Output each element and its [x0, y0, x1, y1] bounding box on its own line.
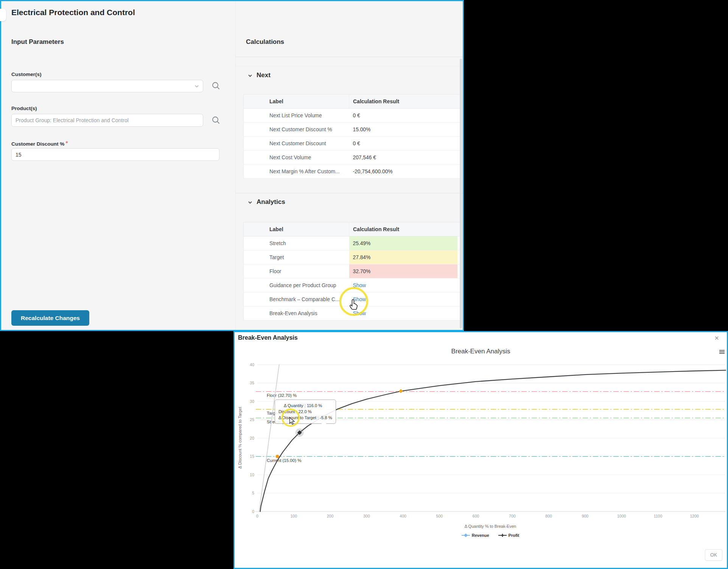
- svg-text:30: 30: [250, 399, 254, 404]
- row-value: 0 €: [353, 113, 360, 118]
- column-header-label: Label: [244, 95, 349, 109]
- arrow-cursor: [288, 417, 296, 425]
- row-value: 0 €: [353, 141, 360, 146]
- y-axis-label: Δ Discount % compared to Target: [238, 381, 242, 494]
- screen: Electrical Protection and Control Input …: [0, 0, 728, 569]
- revenue-marker-icon: [462, 533, 470, 538]
- table-row: Next Customer Discount %15.00%: [244, 123, 461, 137]
- x-axis-label: Δ Quantity % to Break-Even: [255, 524, 726, 529]
- row-value: 207,546 €: [353, 155, 376, 160]
- row-value: 25.49%: [353, 241, 371, 246]
- svg-text:1100: 1100: [654, 514, 663, 518]
- row-label: Stretch: [244, 236, 349, 250]
- row-value: -20,754,600.00%: [353, 169, 393, 174]
- product-search-icon[interactable]: [212, 116, 221, 125]
- products-label: Product(s): [11, 106, 37, 111]
- table-row: Target27.84%: [244, 250, 461, 264]
- svg-text:400: 400: [400, 514, 406, 518]
- side-tab[interactable]: [0, 9, 6, 21]
- table-row: Next Customer Discount0 €: [244, 137, 461, 151]
- table-row: Stretch25.49%: [244, 236, 461, 250]
- scrollbar[interactable]: [460, 59, 462, 328]
- table-row: Next Cost Volume207,546 €: [244, 151, 461, 165]
- discount-input[interactable]: [11, 148, 219, 161]
- svg-text:800: 800: [545, 514, 552, 518]
- svg-text:0: 0: [252, 509, 254, 514]
- row-label: Target: [244, 250, 349, 264]
- svg-text:20: 20: [250, 436, 254, 440]
- row-value: 27.84%: [353, 255, 371, 260]
- row-value: 32.70%: [353, 269, 371, 274]
- svg-text:200: 200: [327, 514, 334, 518]
- row-label: Next Cost Volume: [244, 151, 349, 165]
- divider: [236, 66, 463, 66]
- row-label: Benchmark – Comparable C...: [244, 292, 349, 306]
- row-label: Guidance per Product Group: [244, 278, 349, 292]
- svg-text:40: 40: [250, 362, 254, 367]
- recalculate-button[interactable]: Recalculate Changes: [11, 310, 89, 326]
- svg-text:700: 700: [509, 514, 516, 518]
- ok-button[interactable]: OK: [705, 549, 722, 561]
- svg-text:25: 25: [250, 417, 254, 422]
- analytics-section-title: Analytics: [257, 198, 285, 206]
- page-title: Electrical Protection and Control: [11, 8, 135, 17]
- column-header-result: Calculation Result: [349, 95, 461, 109]
- svg-text:300: 300: [363, 514, 370, 518]
- chart-legend: Revenue Profit: [255, 533, 726, 538]
- row-label: Next Customer Discount %: [244, 123, 349, 137]
- hand-cursor: [348, 299, 359, 311]
- customer-search-icon[interactable]: [212, 81, 221, 90]
- row-label: Next List Price Volume: [244, 109, 349, 123]
- tooltip-quantity: Δ Quantity : 116.0 %: [278, 403, 332, 409]
- chevron-down-icon: [194, 85, 199, 88]
- input-parameters-heading: Input Parameters: [11, 38, 64, 46]
- row-label: Next Margin % After Custom...: [244, 165, 349, 179]
- legend-item-revenue[interactable]: Revenue: [462, 533, 489, 538]
- row-label: Next Customer Discount: [244, 137, 349, 151]
- row-label: Break-Even Analysis: [244, 306, 349, 320]
- table-row: Next Margin % After Custom...-20,754,600…: [244, 165, 461, 179]
- legend-item-profit[interactable]: Profit: [498, 533, 520, 538]
- divider: [236, 193, 463, 193]
- next-section-title: Next: [257, 72, 271, 79]
- panel-divider: [235, 1, 236, 330]
- divider: [236, 57, 463, 57]
- svg-text:10: 10: [250, 473, 254, 477]
- discount-label: Customer Discount %: [11, 141, 64, 147]
- next-table: Label Calculation Result Next List Price…: [243, 94, 461, 179]
- row-label: Floor: [244, 264, 349, 278]
- required-asterisk: *: [65, 140, 68, 147]
- customers-label: Customer(s): [11, 72, 42, 77]
- break-even-modal: Break-Even Analysis ✕ Break-Even Analysi…: [233, 331, 728, 569]
- svg-text:600: 600: [473, 514, 479, 518]
- column-header-result: Calculation Result: [349, 222, 461, 236]
- svg-text:500: 500: [436, 514, 443, 518]
- svg-text:1200: 1200: [690, 514, 699, 518]
- customers-select[interactable]: [11, 80, 203, 92]
- table-row: Next List Price Volume0 €: [244, 109, 461, 123]
- svg-text:35: 35: [250, 381, 254, 385]
- row-value: 15.00%: [353, 127, 371, 132]
- column-header-label: Label: [244, 222, 349, 236]
- next-collapse-icon[interactable]: [248, 74, 252, 77]
- guide-label: Floor (32.70) %: [267, 393, 297, 398]
- break-even-chart: 0510152025303540010020030040050060070080…: [235, 332, 727, 568]
- svg-text:100: 100: [291, 514, 297, 518]
- guide-label: Current (15.00) %: [267, 458, 301, 463]
- svg-text:900: 900: [582, 514, 589, 518]
- svg-text:5: 5: [252, 491, 254, 495]
- profit-marker-icon: [498, 533, 507, 538]
- pricing-panel: Electrical Protection and Control Input …: [0, 0, 464, 331]
- analytics-collapse-icon[interactable]: [248, 201, 252, 204]
- calculations-heading: Calculations: [246, 38, 284, 46]
- svg-text:0: 0: [256, 514, 258, 518]
- table-row: Floor32.70%: [244, 264, 461, 278]
- svg-text:1000: 1000: [617, 514, 626, 518]
- products-input[interactable]: [11, 114, 203, 127]
- svg-text:15: 15: [250, 454, 254, 459]
